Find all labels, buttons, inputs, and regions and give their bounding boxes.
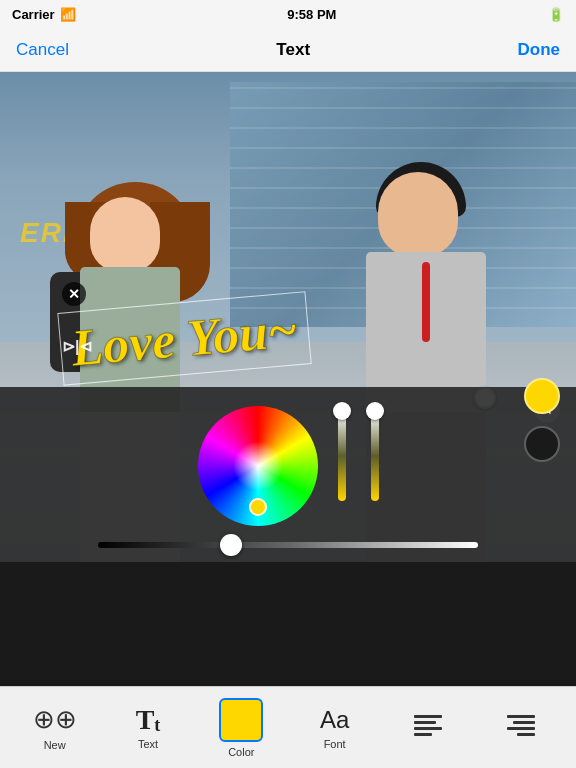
nav-bar: Cancel Text Done [0,28,576,72]
horizontal-slider-thumb[interactable] [220,534,242,556]
toolbar-item-new[interactable]: ⊕ New [8,704,101,751]
plus-circle-icon: ⊕ [33,704,77,735]
align-line-2 [414,721,436,724]
color-picker-overlay: ✕ [0,387,576,562]
status-right: 🔋 [548,7,564,22]
align-line-r4 [517,733,535,736]
text-icon: Tt [136,706,161,734]
align-line-3 [414,727,442,730]
done-button[interactable]: Done [518,40,561,60]
align-line-4 [414,733,432,736]
image-area: ERIE Love You~ ✕ ⊳|⊲ ✕ [0,72,576,562]
toolbar-item-color[interactable]: Color [195,698,288,758]
female-face [90,197,160,272]
toolbar-item-align-right[interactable] [475,709,568,746]
brightness-slider-track[interactable] [338,411,346,501]
new-label: New [44,739,66,751]
nav-title: Text [276,40,310,60]
battery-icon: 🔋 [548,7,564,22]
color-preview-circles [524,378,560,462]
overlay-text: Love You~ [69,300,300,377]
align-line-r1 [507,715,535,718]
brightness-slider-container [338,411,346,521]
wifi-icon: 📶 [60,7,76,22]
text-icon-small: t [154,715,160,735]
brightness-slider-thumb[interactable] [333,402,351,420]
color-label: Color [228,746,254,758]
opacity-slider-thumb[interactable] [366,402,384,420]
font-label: Font [324,738,346,750]
previous-color-circle[interactable] [524,426,560,462]
font-icon: Aa [320,706,349,734]
color-swatch[interactable] [219,698,263,742]
rotate-handle[interactable]: ⊳|⊲ [62,337,92,356]
text-label: Text [138,738,158,750]
align-right-icon [507,709,535,742]
vertical-sliders [338,411,379,521]
male-face [378,172,458,257]
align-left-icon [414,709,442,742]
color-wheel-area [198,406,379,526]
align-line-1 [414,715,442,718]
opacity-slider-track[interactable] [371,411,379,501]
toolbar-item-align-left[interactable] [381,709,474,746]
opacity-slider-container [371,411,379,521]
cancel-button[interactable]: Cancel [16,40,69,60]
color-wheel[interactable] [198,406,318,526]
status-bar: Carrier 📶 9:58 PM 🔋 [0,0,576,28]
toolbar: ⊕ New Tt Text Color Aa Font [0,686,576,768]
align-line-r3 [507,727,535,730]
align-line-r2 [513,721,535,724]
toolbar-item-font[interactable]: Aa Font [288,706,381,750]
text-close-button[interactable]: ✕ [62,282,86,306]
horizontal-brightness-slider[interactable] [98,542,478,548]
selected-color-circle[interactable] [524,378,560,414]
carrier-label: Carrier [12,7,55,22]
toolbar-item-text[interactable]: Tt Text [101,706,194,750]
time-label: 9:58 PM [287,7,336,22]
status-left: Carrier 📶 [12,7,76,22]
color-wheel-selector[interactable] [249,498,267,516]
